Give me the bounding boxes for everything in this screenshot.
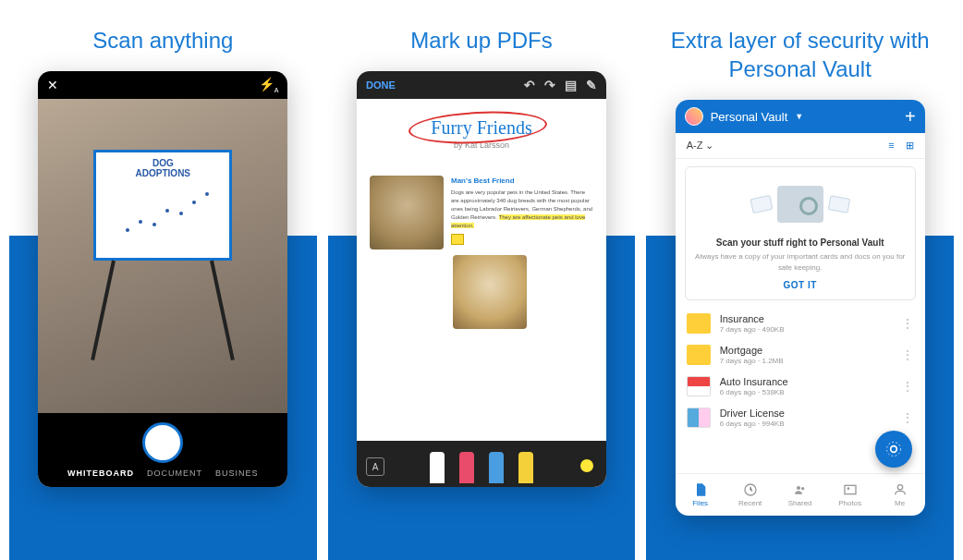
list-view-icon[interactable]: ≡	[888, 140, 894, 152]
undo-icon[interactable]: ↶	[524, 78, 535, 92]
svg-point-6	[847, 488, 849, 491]
annotate-topbar: DONE ↶ ↷ ▤ ✎	[357, 71, 606, 99]
whiteboard: DOG ADOPTIONS	[93, 150, 232, 261]
nav-shared[interactable]: Shared	[775, 474, 825, 516]
redo-icon[interactable]: ↷	[544, 78, 555, 92]
svg-rect-5	[845, 486, 856, 494]
panel-title: Extra layer of security with Personal Va…	[646, 0, 954, 100]
mode-whiteboard[interactable]: WHITEBOARD	[67, 469, 134, 478]
panel-title: Scan anything	[74, 0, 251, 71]
file-meta: 6 days ago · 538KB	[720, 388, 788, 396]
camera-topbar: ✕ ⚡A	[38, 71, 287, 99]
mode-business[interactable]: BUSINES	[215, 469, 259, 478]
clock-icon	[742, 482, 759, 497]
article-text: Man's Best Friend Dogs are very popular …	[451, 176, 593, 250]
file-meta: 6 days ago · 994KB	[720, 420, 785, 428]
flash-icon[interactable]: ⚡A	[259, 77, 279, 93]
sticky-note-icon[interactable]	[451, 234, 464, 245]
panel-scan: Scan anything ✕ ⚡A DOG ADOPTIONS	[9, 0, 317, 560]
card-icon	[687, 408, 711, 428]
more-icon[interactable]: ⋮	[901, 410, 914, 425]
folder-icon	[687, 313, 711, 334]
article-block: Man's Best Friend Dogs are very popular …	[370, 176, 593, 250]
file-meta: 7 days ago · 490KB	[720, 325, 785, 334]
promo-card: Scan your stuff right to Personal Vault …	[685, 166, 916, 299]
chevron-down-icon[interactable]: ▼	[795, 112, 803, 121]
done-button[interactable]: DONE	[366, 79, 396, 91]
keyboard-icon[interactable]: A	[366, 457, 384, 476]
erase-icon[interactable]: ✎	[586, 78, 597, 92]
image-icon	[842, 482, 859, 497]
add-button[interactable]: +	[905, 106, 916, 128]
nav-me[interactable]: Me	[875, 474, 925, 516]
nav-files[interactable]: Files	[676, 474, 725, 516]
svg-point-4	[801, 487, 804, 490]
mode-document[interactable]: DOCUMENT	[147, 469, 202, 478]
file-name: Mortgage	[720, 345, 784, 356]
file-meta: 7 days ago · 1.2MB	[720, 357, 784, 365]
folder-icon	[687, 345, 711, 365]
whiteboard-easel: DOG ADOPTIONS	[93, 150, 232, 362]
note-icon[interactable]: ▤	[565, 78, 577, 92]
svg-point-0	[890, 446, 896, 453]
shutter-button[interactable]	[142, 422, 183, 463]
pen-yellow[interactable]	[518, 452, 533, 483]
pen-white[interactable]	[430, 452, 445, 483]
pen-blue[interactable]	[489, 452, 504, 483]
svg-point-1	[886, 443, 900, 457]
got-it-button[interactable]: GOT IT	[695, 280, 906, 290]
phone-scan: ✕ ⚡A DOG ADOPTIONS	[38, 71, 287, 487]
doc-title: Furry Friends	[370, 117, 593, 139]
phone-markup: DONE ↶ ↷ ▤ ✎ Furry Friends by Kat Larsso…	[357, 71, 606, 487]
file-row[interactable]: Insurance7 days ago · 490KB ⋮	[676, 308, 925, 339]
file-row[interactable]: Driver License6 days ago · 994KB ⋮	[676, 402, 925, 433]
chevron-down-icon: ⌄	[705, 140, 713, 151]
panel-title: Mark up PDFs	[392, 0, 570, 71]
color-picker-dot[interactable]	[580, 459, 593, 472]
pen-red[interactable]	[459, 452, 474, 483]
people-icon	[792, 482, 809, 497]
sort-button[interactable]: A-Z ⌄	[687, 140, 714, 152]
file-row[interactable]: Auto Insurance6 days ago · 538KB ⋮	[676, 371, 925, 402]
sort-bar: A-Z ⌄ ≡ ⊞	[676, 133, 925, 159]
pdf-icon	[687, 376, 711, 396]
whiteboard-text1: DOG	[96, 158, 229, 168]
scan-fab[interactable]	[875, 431, 912, 468]
more-icon[interactable]: ⋮	[901, 347, 914, 362]
promo-subtext: Always have a copy of your important car…	[695, 251, 906, 272]
dog-photo-2	[453, 255, 527, 329]
more-icon[interactable]: ⋮	[901, 316, 914, 331]
camera-bottombar: WHITEBOARD DOCUMENT BUSINES	[38, 413, 287, 487]
close-icon[interactable]: ✕	[47, 78, 58, 92]
file-icon	[692, 482, 709, 497]
more-icon[interactable]: ⋮	[901, 379, 914, 394]
pen-tray: A	[357, 441, 606, 487]
camera-viewport[interactable]: DOG ADOPTIONS	[38, 99, 287, 413]
whiteboard-text2: ADOPTIONS	[96, 168, 229, 178]
whiteboard-chart	[96, 182, 229, 237]
vault-header: Personal Vault ▼ +	[676, 100, 925, 133]
svg-point-3	[797, 486, 800, 490]
avatar[interactable]	[685, 107, 703, 126]
nav-recent[interactable]: Recent	[725, 474, 775, 516]
vault-icon	[777, 186, 823, 223]
person-icon	[892, 482, 908, 497]
panel-markup: Mark up PDFs DONE ↶ ↷ ▤ ✎ Furry Friends …	[328, 0, 636, 560]
file-name: Auto Insurance	[720, 376, 788, 387]
document-canvas[interactable]: Furry Friends by Kat Larsson Man's Best …	[357, 99, 606, 441]
promo-heading: Scan your stuff right to Personal Vault	[695, 237, 906, 248]
scan-mode-strip[interactable]: WHITEBOARD DOCUMENT BUSINES	[67, 469, 259, 478]
vault-title[interactable]: Personal Vault	[711, 110, 788, 124]
file-name: Driver License	[720, 408, 785, 419]
promo-illustration	[695, 177, 906, 232]
file-name: Insurance	[720, 313, 785, 324]
panel-vault: Extra layer of security with Personal Va…	[646, 0, 954, 560]
article-heading: Man's Best Friend	[451, 176, 593, 187]
grid-view-icon[interactable]: ⊞	[906, 140, 914, 152]
bottom-nav: Files Recent Shared Photos Me	[676, 473, 925, 516]
phone-vault: Personal Vault ▼ + A-Z ⌄ ≡ ⊞ Scan your s…	[676, 100, 925, 516]
camera-icon	[884, 440, 903, 458]
nav-photos[interactable]: Photos	[825, 474, 875, 516]
file-row[interactable]: Mortgage7 days ago · 1.2MB ⋮	[676, 339, 925, 371]
svg-point-7	[897, 485, 902, 490]
